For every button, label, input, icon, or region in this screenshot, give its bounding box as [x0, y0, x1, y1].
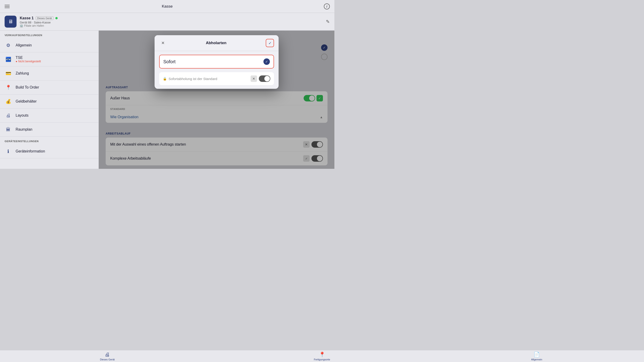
sidebar: VERKAUFSEINSTELLUNGEN ⚙ Allgemein 🏧 TSE … [0, 31, 99, 169]
tse-info: TSE ● Nicht bereitgestellt [16, 56, 41, 63]
content-area: ✓ AUFTRAGSART Außer Haus ✓ STANDARD [99, 31, 334, 169]
top-bar: Kasse i [0, 0, 334, 13]
tse-icon: 🏧 [4, 56, 12, 63]
geldbehälter-icon: 💰 [4, 98, 12, 105]
allgemein-icon: ⚙ [4, 42, 12, 49]
buildtoorder-label: Build To Order [16, 85, 39, 89]
app-title: Kasse [162, 4, 172, 9]
modal-body: Sofort ✓ 🔒 Sofortabholung ist der Standa… [154, 51, 278, 89]
zahlung-icon: 💳 [4, 70, 12, 77]
raumplan-label: Raumplan [16, 127, 32, 131]
modal-toggle-controls[interactable]: ✕ [250, 75, 270, 82]
sidebar-item-zahlung[interactable]: 💳 Zahlung [0, 66, 98, 81]
info-button[interactable]: i [324, 4, 330, 10]
sofort-label: Sofort [163, 59, 176, 64]
sofort-option[interactable]: Sofort ✓ [159, 55, 274, 69]
modal-x-badge[interactable]: ✕ [250, 75, 257, 82]
abholarten-modal: ✕ Abholarten ✓ Sofort ✓ [154, 35, 278, 89]
device-details: Kasse 1 Dieses Gerät Gerät 88 · Sales-Ka… [20, 16, 58, 27]
sidebar-item-buildtoorder[interactable]: 📍 Build To Order [0, 81, 98, 95]
tse-sub-text: Nicht bereitgestellt [18, 60, 41, 63]
modal-toggle-row: 🔒 Sofortabholung ist der Standard ✕ [159, 72, 274, 85]
device-name: Kasse 1 [20, 16, 34, 20]
device-subtitle: Gerät 88 · Sales-Kasse [20, 21, 58, 24]
geldbehälter-label: Geldbehälter [16, 99, 37, 103]
close-icon: ✕ [161, 41, 165, 46]
modal-overlay: ✕ Abholarten ✓ Sofort ✓ [99, 31, 334, 169]
menu-button[interactable] [4, 5, 10, 8]
modal-confirm-button[interactable]: ✓ [266, 39, 274, 47]
modal-title: Abholarten [166, 41, 266, 45]
sidebar-item-geratinfo[interactable]: ℹ Geräteinformation [0, 144, 98, 158]
modal-toggle-switch[interactable] [259, 75, 270, 82]
geratinfo-label: Geräteinformation [16, 149, 45, 153]
modal-header: ✕ Abholarten ✓ [154, 35, 278, 51]
zahlung-label: Zahlung [16, 71, 29, 75]
device-badge: Dieses Gerät [36, 16, 54, 20]
sidebar-item-geldbehälter[interactable]: 💰 Geldbehälter [0, 95, 98, 109]
lock-icon: 🔒 [163, 77, 167, 81]
sofort-check: ✓ [264, 58, 270, 65]
raumplan-icon: 🏛 [4, 126, 12, 133]
sidebar-item-layouts[interactable]: 🖨 Layouts [0, 109, 98, 123]
branch-icon: 🏢 [20, 24, 23, 27]
modal-close-button[interactable]: ✕ [159, 39, 166, 47]
device-info-group: 🖥 Kasse 1 Dieses Gerät Gerät 88 · Sales-… [4, 16, 58, 28]
branch-name: Filiale am Hafen [24, 24, 44, 27]
allgemein-label: Allgemein [16, 43, 32, 47]
sidebar-item-raumplan[interactable]: 🏛 Raumplan [0, 123, 98, 137]
layouts-icon: 🖨 [4, 112, 12, 119]
device-name-row: Kasse 1 Dieses Gerät [20, 16, 58, 20]
modal-toggle-label-group: 🔒 Sofortabholung ist der Standard [163, 77, 217, 81]
tse-sub: ● Nicht bereitgestellt [16, 60, 41, 63]
device-icon: 🖥 [4, 16, 16, 28]
branch-info: 🏢 Filiale am Hafen [20, 24, 58, 27]
confirm-icon: ✓ [268, 41, 272, 45]
modal-toggle-text: Sofortabholung ist der Standard [168, 77, 217, 81]
geratinfo-icon: ℹ [4, 148, 12, 155]
tse-label: TSE [16, 56, 41, 60]
header-area: 🖥 Kasse 1 Dieses Gerät Gerät 88 · Sales-… [0, 13, 334, 31]
edit-button[interactable]: ✎ [326, 19, 330, 24]
layouts-label: Layouts [16, 113, 28, 117]
sidebar-section-verkauf: VERKAUFSEINSTELLUNGEN [0, 31, 98, 38]
sidebar-section-gerat: GERÄTEEINSTELLUNGEN [0, 137, 98, 144]
buildtoorder-icon: 📍 [4, 84, 12, 91]
sidebar-item-tse[interactable]: 🏧 TSE ● Nicht bereitgestellt [0, 52, 98, 66]
online-indicator [55, 17, 58, 19]
sidebar-item-allgemein[interactable]: ⚙ Allgemein [0, 38, 98, 52]
main-layout: VERKAUFSEINSTELLUNGEN ⚙ Allgemein 🏧 TSE … [0, 31, 334, 169]
